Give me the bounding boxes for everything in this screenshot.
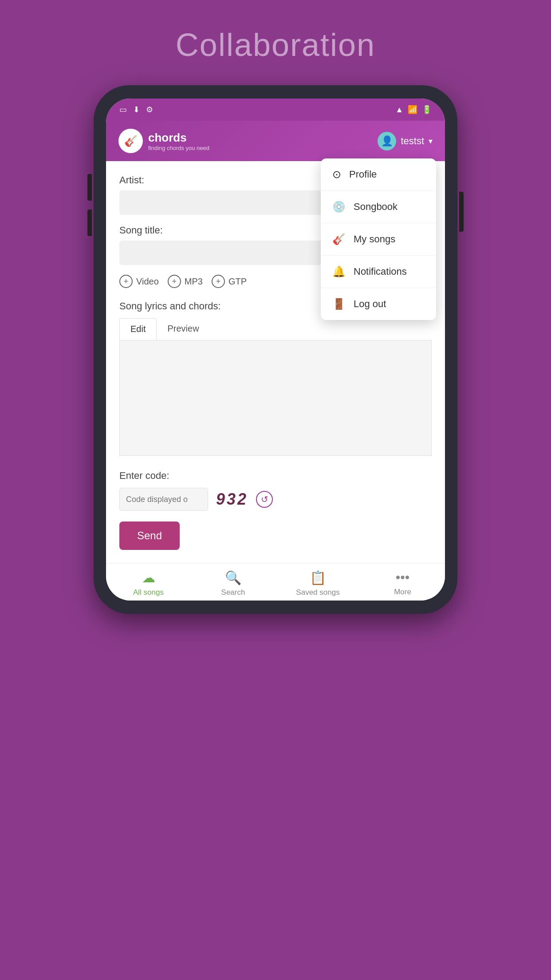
code-input[interactable] xyxy=(119,488,208,511)
songbook-icon: 💿 xyxy=(332,201,346,213)
add-gtp-button[interactable]: + GTP xyxy=(212,275,247,288)
wifi-icon: ▲ xyxy=(395,105,403,115)
nav-label-saved-songs: Saved songs xyxy=(296,588,339,597)
sd-card-icon: ▭ xyxy=(119,105,127,115)
status-bar: ▭ ⬇ ⚙ ▲ 📶 🔋 xyxy=(106,99,445,121)
code-row: 932 ↺ xyxy=(119,488,432,511)
lyrics-tabs: Edit Preview xyxy=(119,318,432,340)
dropdown-item-notifications[interactable]: 🔔 Notifications xyxy=(321,256,436,288)
lyrics-textarea[interactable] xyxy=(119,340,432,456)
notifications-icon: 🔔 xyxy=(332,265,346,278)
add-mp3-label: MP3 xyxy=(185,277,203,287)
nav-item-all-songs[interactable]: ☁ All songs xyxy=(126,570,171,597)
dropdown-item-my-songs[interactable]: 🎸 My songs xyxy=(321,223,436,256)
saved-songs-icon: 📋 xyxy=(310,570,326,585)
dropdown-menu: ⊙ Profile 💿 Songbook 🎸 My songs 🔔 Notifi… xyxy=(321,158,436,320)
dropdown-label-logout: Log out xyxy=(354,298,386,310)
page-title: Collaboration xyxy=(176,27,375,63)
add-gtp-icon: + xyxy=(212,275,225,288)
nav-label-all-songs: All songs xyxy=(133,588,164,597)
phone-button-volume-up xyxy=(87,174,92,201)
add-mp3-button[interactable]: + MP3 xyxy=(168,275,203,288)
phone-screen: ▭ ⬇ ⚙ ▲ 📶 🔋 🎸 chords finding chords you … xyxy=(106,99,445,601)
phone-button-volume-down xyxy=(87,209,92,236)
phone-button-power xyxy=(459,192,464,232)
add-video-button[interactable]: + Video xyxy=(119,275,159,288)
settings-icon: ⚙ xyxy=(146,105,153,115)
nav-label-search: Search xyxy=(221,588,245,597)
app-tagline: finding chords you need xyxy=(148,145,209,151)
refresh-captcha-button[interactable]: ↺ xyxy=(256,491,273,508)
tab-preview[interactable]: Preview xyxy=(157,318,209,340)
dropdown-item-logout[interactable]: 🚪 Log out xyxy=(321,288,436,320)
chevron-down-icon: ▾ xyxy=(429,136,433,146)
my-songs-icon: 🎸 xyxy=(332,233,346,245)
battery-icon: 🔋 xyxy=(422,105,432,115)
dropdown-label-notifications: Notifications xyxy=(354,266,407,277)
logo-area: 🎸 chords finding chords you need xyxy=(118,129,209,153)
enter-code-label: Enter code: xyxy=(119,470,432,482)
dropdown-label-songbook: Songbook xyxy=(354,201,398,213)
logo-icon: 🎸 xyxy=(118,129,143,153)
app-header: 🎸 chords finding chords you need 👤 tests… xyxy=(106,121,445,161)
add-video-icon: + xyxy=(119,275,133,288)
phone-frame: ▭ ⬇ ⚙ ▲ 📶 🔋 🎸 chords finding chords you … xyxy=(94,85,457,614)
nav-item-saved-songs[interactable]: 📋 Saved songs xyxy=(296,570,340,597)
nav-label-more: More xyxy=(394,588,411,597)
tab-edit[interactable]: Edit xyxy=(119,318,157,340)
send-button[interactable]: Send xyxy=(119,522,180,550)
status-right-icons: ▲ 📶 🔋 xyxy=(395,105,432,115)
nav-item-search[interactable]: 🔍 Search xyxy=(211,570,256,597)
more-icon: ••• xyxy=(396,570,410,585)
add-video-label: Video xyxy=(136,277,159,287)
profile-icon: ⊙ xyxy=(332,168,341,181)
nav-item-more[interactable]: ••• More xyxy=(381,570,425,597)
signal-icon: 📶 xyxy=(408,105,417,115)
dropdown-label-my-songs: My songs xyxy=(354,233,395,245)
logo-text: chords finding chords you need xyxy=(148,131,209,151)
add-gtp-label: GTP xyxy=(228,277,247,287)
search-icon: 🔍 xyxy=(225,570,241,585)
logout-icon: 🚪 xyxy=(332,298,346,310)
download-icon: ⬇ xyxy=(133,105,140,115)
bottom-nav: ☁ All songs 🔍 Search 📋 Saved songs ••• M… xyxy=(106,563,445,601)
add-mp3-icon: + xyxy=(168,275,181,288)
user-avatar: 👤 xyxy=(378,132,396,150)
lyrics-section: Song lyrics and chords: Edit Preview xyxy=(119,300,432,458)
enter-code-section: Enter code: 932 ↺ Send xyxy=(119,470,432,550)
dropdown-label-profile: Profile xyxy=(349,169,377,180)
dropdown-item-songbook[interactable]: 💿 Songbook xyxy=(321,191,436,223)
user-menu-trigger[interactable]: 👤 testst ▾ xyxy=(378,132,433,150)
app-name: chords xyxy=(148,131,209,145)
captcha-image: 932 xyxy=(216,490,248,509)
dropdown-item-profile[interactable]: ⊙ Profile xyxy=(321,158,436,191)
status-left-icons: ▭ ⬇ ⚙ xyxy=(119,105,153,115)
user-name: testst xyxy=(401,135,424,147)
all-songs-icon: ☁ xyxy=(142,570,155,585)
